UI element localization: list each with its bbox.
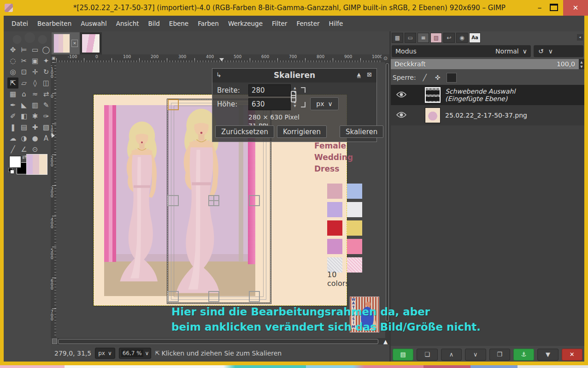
tool-heal[interactable]: ✚ — [29, 122, 41, 133]
tool-alignment[interactable]: ⊨ — [18, 44, 29, 55]
tool-blur-sharpen[interactable]: ● — [29, 133, 41, 144]
tool-perspective[interactable]: ◊ — [29, 77, 41, 89]
tool-flip[interactable]: ⇄ — [41, 89, 52, 100]
vertical-scrollbar[interactable] — [385, 62, 389, 338]
tab-close-icon[interactable]: ✕ — [71, 40, 78, 47]
foreground-color-swatch[interactable] — [9, 156, 21, 168]
transform-handle-mid-right[interactable] — [249, 195, 260, 206]
tool-move[interactable]: ✥ — [7, 44, 18, 55]
horizontal-scrollbar-thumb[interactable] — [58, 339, 378, 344]
delete-layer-button[interactable]: ✕ — [562, 349, 582, 361]
menu-item-ansicht[interactable]: Ansicht — [112, 18, 143, 29]
layer-row-25.02.22-2-17-50-37.png[interactable]: 25.02.22_2-17-50-37.png — [391, 105, 584, 125]
ruler-corner-button[interactable]: ▣ — [51, 54, 56, 62]
duplicate-layer-button[interactable]: ❐ — [489, 349, 510, 361]
tool-ink[interactable]: ✑ — [41, 111, 52, 122]
images-tab[interactable]: ▭ — [405, 33, 416, 43]
navigation-button[interactable]: ▲ — [383, 338, 388, 345]
dialog-detach-icon[interactable]: ▲ — [357, 71, 361, 78]
layer-mode-select[interactable]: Modus Normal ∨ — [392, 45, 531, 57]
opacity-slider[interactable]: Deckkraft 100,0 — [391, 59, 579, 69]
chain-link-icon[interactable] — [290, 91, 295, 101]
tool-foreground-select[interactable]: ▣ — [29, 55, 41, 66]
dock-collapse-button[interactable]: ◂ — [577, 34, 583, 41]
layers-tab[interactable]: ≡ — [417, 33, 429, 43]
maximize-button[interactable] — [550, 4, 558, 11]
tool-scale[interactable]: ⇱ — [7, 77, 18, 89]
dialog-close-icon[interactable]: ⊠ — [367, 71, 372, 78]
unit-select[interactable]: px ∨ — [310, 97, 339, 110]
tool-eraser[interactable]: ◧ — [18, 111, 29, 122]
tool-color-picker[interactable]: ╱ — [7, 144, 18, 155]
scrollbar-corner-button[interactable] — [52, 338, 57, 344]
mode-switch-button[interactable]: ↺ ∨ — [534, 45, 583, 57]
menu-item-fenster[interactable]: Fenster — [292, 18, 323, 29]
fix-button[interactable]: Korrigieren — [277, 125, 327, 138]
horizontal-scrollbar[interactable] — [52, 338, 389, 344]
tool-select-by-color[interactable]: ◎ — [7, 66, 18, 77]
unit-dropdown[interactable]: px ∨ — [95, 348, 115, 359]
layer-row-schwebende-auswahl[interactable]: Schwebende Auswahl (Eingefügte Ebene) — [391, 85, 584, 105]
tool-airbrush[interactable]: ✱ — [29, 111, 41, 122]
tool-paintbrush[interactable]: ✐ — [7, 111, 18, 122]
tool-measure[interactable]: ∠ — [18, 144, 29, 155]
transform-handle-center[interactable] — [208, 195, 219, 206]
tool-fuzzy-select[interactable]: ✦ — [41, 55, 52, 66]
tool-dodge-burn[interactable]: ◑ — [18, 133, 29, 144]
channels-tab[interactable]: ▩ — [392, 33, 403, 43]
raise-layer-button[interactable]: ∧ — [441, 349, 462, 361]
tool-pencil[interactable]: ✎ — [41, 100, 52, 111]
transform-handle-bottom-right[interactable] — [249, 291, 260, 302]
merge-layer-button[interactable]: ▼ — [537, 349, 558, 361]
tool-scissors-select[interactable]: ✂ — [18, 55, 29, 66]
horizontal-ruler[interactable]: -10001002003004005006007008009001000 — [56, 54, 382, 62]
tool-clone[interactable]: ▤ — [18, 122, 29, 133]
transform-handle-bottom-mid[interactable] — [208, 291, 219, 302]
lock-alpha-icon[interactable] — [447, 73, 457, 83]
lock-position-icon[interactable]: ✜ — [434, 74, 442, 81]
tool-transform-3d[interactable]: ◫ — [41, 77, 52, 89]
lock-pixels-icon[interactable]: ╱ — [421, 74, 429, 81]
image-tab-2[interactable] — [80, 32, 102, 54]
tool-handle-transform[interactable]: ▦ — [7, 89, 18, 100]
tool-paths[interactable]: ✒ — [7, 100, 18, 111]
tool-cage-transform[interactable]: ⌂ — [18, 89, 29, 100]
thumbnail-tab[interactable]: ▨ — [430, 33, 442, 43]
reset-button[interactable]: Zurücksetzen — [215, 125, 274, 138]
height-input[interactable] — [248, 98, 291, 110]
tool-ellipse-select[interactable]: ◯ — [41, 44, 52, 55]
fonts-tab[interactable]: Aa — [469, 33, 481, 43]
scale-dialog-titlebar[interactable]: ↳ Skalieren ▲ ⊠ — [212, 69, 376, 83]
menu-item-bild[interactable]: Bild — [144, 18, 164, 29]
tool-rotate[interactable]: ↻ — [41, 66, 52, 77]
tool-bucket-fill[interactable]: ◣ — [18, 100, 29, 111]
menu-item-auswahl[interactable]: Auswahl — [76, 18, 111, 29]
active-image-thumbnail[interactable] — [26, 154, 47, 175]
menu-item-filter[interactable]: Filter — [268, 18, 291, 29]
menu-item-werkzeuge[interactable]: Werkzeuge — [224, 18, 267, 29]
close-button[interactable]: ✕ — [563, 0, 588, 16]
swap-colors-icon[interactable]: ⇄ — [22, 154, 26, 160]
vertical-scrollbar-thumb[interactable] — [386, 63, 389, 321]
tool-gradient[interactable]: ▥ — [29, 100, 41, 111]
visibility-eye-icon[interactable] — [395, 91, 407, 99]
vertical-ruler[interactable]: - 1 0 001 0 02 0 03 0 04 0 05 0 06 0 07 … — [51, 62, 56, 338]
new-layer-button[interactable]: ▤ — [393, 349, 413, 361]
lower-layer-button[interactable]: ∨ — [465, 349, 486, 361]
width-input[interactable] — [248, 84, 291, 96]
transform-handle-bottom-left[interactable] — [168, 291, 179, 302]
transform-handle-mid-left[interactable] — [168, 195, 179, 206]
tool-perspective-clone[interactable]: ▧ — [41, 122, 52, 133]
menu-item-bearbeiten[interactable]: Bearbeiten — [33, 18, 76, 29]
tool-warp-transform[interactable]: ≈ — [29, 89, 41, 100]
menu-item-ebene[interactable]: Ebene — [165, 18, 193, 29]
menu-item-datei[interactable]: Datei — [7, 18, 32, 29]
zoom-follow-icon[interactable]: ⊙ — [382, 54, 389, 62]
tool-free-select[interactable]: ◌ — [7, 55, 18, 66]
tool-unified-transform[interactable]: ✛ — [29, 66, 41, 77]
zoom-dropdown[interactable]: 66,7 % ∨ — [119, 348, 152, 359]
menu-item-farben[interactable]: Farben — [194, 18, 223, 29]
tool-crop[interactable]: ⊡ — [18, 66, 29, 77]
undo-history-tab[interactable]: ↩ — [443, 33, 455, 43]
tool-text[interactable]: A — [41, 133, 52, 144]
